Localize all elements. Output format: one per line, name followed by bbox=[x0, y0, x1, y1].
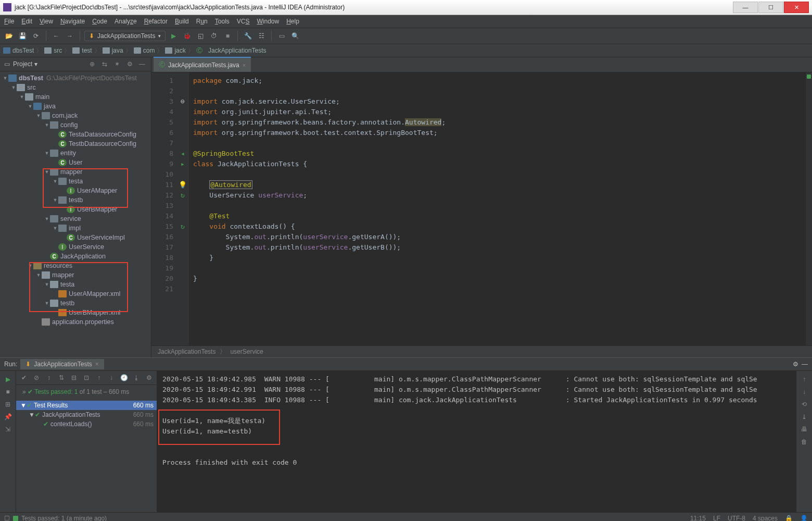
crumb-file[interactable]: Ⓒ JackApplicationTests bbox=[196, 46, 267, 55]
menu-view[interactable]: View bbox=[40, 18, 53, 25]
crumb-com[interactable]: com bbox=[134, 47, 155, 54]
menu-build[interactable]: Build bbox=[175, 18, 189, 25]
show-ignored-icon[interactable]: ⊘ bbox=[31, 374, 42, 381]
tree-testa-r[interactable]: ▼testa bbox=[0, 280, 151, 289]
clear-icon[interactable]: 🗑 bbox=[796, 436, 812, 448]
run-icon[interactable]: ▶ bbox=[168, 30, 179, 42]
stop-run-icon[interactable]: ■ bbox=[0, 386, 16, 398]
prev-icon[interactable]: ↑ bbox=[93, 374, 105, 381]
stop-icon[interactable]: ■ bbox=[222, 30, 233, 42]
menu-refactor[interactable]: Refactor bbox=[144, 18, 168, 25]
crumb-test[interactable]: test bbox=[72, 47, 92, 54]
tree-mapper[interactable]: ▼mapper bbox=[0, 167, 151, 177]
menu-file[interactable]: File bbox=[4, 18, 14, 25]
hammer-icon[interactable]: 🔧 bbox=[242, 30, 253, 42]
run-gear-icon[interactable]: ⚙ bbox=[793, 361, 798, 368]
minimize-button[interactable]: — bbox=[733, 2, 758, 13]
test-root[interactable]: ▼✔Test Results660 ms bbox=[16, 401, 157, 410]
menu-tools[interactable]: Tools bbox=[215, 18, 230, 25]
profile-icon[interactable]: ⏱ bbox=[208, 30, 220, 42]
structure-icon[interactable]: ☷ bbox=[256, 30, 267, 42]
forward-icon[interactable]: → bbox=[64, 30, 75, 42]
maximize-button[interactable]: ☐ bbox=[758, 2, 783, 13]
tree-resources[interactable]: ▼resources bbox=[0, 261, 151, 270]
error-stripe[interactable] bbox=[806, 72, 812, 345]
coverage-icon[interactable]: ◱ bbox=[195, 30, 206, 42]
tree-useramapper[interactable]: IUserAMapper bbox=[0, 186, 151, 195]
menu-help[interactable]: Help bbox=[286, 18, 299, 25]
menu-navigate[interactable]: Navigate bbox=[60, 18, 85, 25]
run-config-selector[interactable]: ⬇ JackApplicationTests ▾ bbox=[84, 31, 166, 41]
run-hide-icon[interactable]: — bbox=[802, 361, 808, 368]
status-icon[interactable]: ☐ bbox=[4, 515, 10, 521]
console-output[interactable]: 2020-05-15 18:49:42.985 WARN 10988 --- [… bbox=[157, 371, 796, 512]
tree-config[interactable]: ▼config bbox=[0, 120, 151, 130]
test-class[interactable]: ▼✔JackApplicationTests660 ms bbox=[16, 410, 157, 419]
tree-appprops[interactable]: application.properties bbox=[0, 317, 151, 327]
indent[interactable]: 4 spaces bbox=[753, 515, 778, 521]
tree-testb[interactable]: ▼testb bbox=[0, 195, 151, 205]
menu-edit[interactable]: Edit bbox=[21, 18, 32, 25]
lock-icon[interactable]: 🔒 bbox=[785, 515, 793, 521]
open-icon[interactable]: 📂 bbox=[3, 30, 15, 42]
menu-vcs[interactable]: VCS bbox=[237, 18, 250, 25]
next-icon[interactable]: ↓ bbox=[106, 374, 117, 381]
sort2-icon[interactable]: ⇅ bbox=[56, 374, 67, 381]
pin-icon[interactable]: 📌 bbox=[0, 411, 16, 423]
caret-position[interactable]: 11:15 bbox=[690, 515, 706, 521]
collapse-icon[interactable]: ✶ bbox=[112, 60, 122, 68]
hide-icon[interactable]: — bbox=[137, 60, 147, 68]
tree-testa[interactable]: ▼testa bbox=[0, 177, 151, 186]
show-passed-icon[interactable]: ✔ bbox=[18, 374, 30, 381]
tree-service[interactable]: ▼service bbox=[0, 214, 151, 224]
crumb-field[interactable]: userService bbox=[230, 348, 263, 355]
test-gear-icon[interactable]: ⚙ bbox=[143, 374, 155, 381]
back-icon[interactable]: ← bbox=[50, 30, 62, 42]
select-opened-icon[interactable]: ⊕ bbox=[87, 60, 97, 68]
collapse-all-icon[interactable]: ⊡ bbox=[81, 374, 92, 381]
file-encoding[interactable]: UTF-8 bbox=[728, 515, 745, 521]
menu-run[interactable]: Run bbox=[196, 18, 208, 25]
scroll-end-icon[interactable]: ⤓ bbox=[796, 411, 812, 423]
tree-testbds[interactable]: CTestbDatasourceConfig bbox=[0, 139, 151, 148]
crumb-jack[interactable]: jack bbox=[165, 47, 185, 54]
editor-tab-active[interactable]: ⒸJackApplicationTests.java× bbox=[154, 57, 251, 72]
tree-user[interactable]: CUser bbox=[0, 158, 151, 167]
refresh-icon[interactable]: ⟳ bbox=[30, 30, 42, 42]
history-icon[interactable]: 🕘 bbox=[118, 374, 130, 381]
crumb-src[interactable]: src bbox=[44, 47, 62, 54]
search-icon[interactable]: 🔍 bbox=[289, 30, 301, 42]
gutter-icons[interactable]: ⊖ ◂▸ 💡↻ ↻ bbox=[176, 72, 189, 345]
crumb-java[interactable]: java bbox=[103, 47, 123, 54]
rerun-icon[interactable]: ▶ bbox=[0, 373, 16, 386]
tree-jackapp[interactable]: CJackApplication bbox=[0, 252, 151, 261]
menu-analyze[interactable]: Analyze bbox=[115, 18, 137, 25]
project-tree[interactable]: ▼dbsTestG:\JackFile\ProjectDoc\dbsTest ▼… bbox=[0, 71, 151, 357]
tree-userbmx[interactable]: UserBMapper.xml bbox=[0, 308, 151, 317]
test-tree[interactable]: ▼✔Test Results660 ms ▼✔JackApplicationTe… bbox=[16, 399, 157, 512]
test-method[interactable]: ✔contextLoads()660 ms bbox=[16, 419, 157, 429]
tree-useramx[interactable]: UserAMapper.xml bbox=[0, 289, 151, 299]
tree-usersvc[interactable]: IUserService bbox=[0, 242, 151, 252]
avd-icon[interactable]: ▭ bbox=[276, 30, 287, 42]
tree-root[interactable]: ▼dbsTestG:\JackFile\ProjectDoc\dbsTest bbox=[0, 73, 151, 83]
crumb-project[interactable]: dbsTest bbox=[3, 47, 34, 54]
expand-icon[interactable]: ⇆ bbox=[100, 60, 109, 68]
close-button[interactable]: ✕ bbox=[784, 2, 809, 13]
tree-testb-r[interactable]: ▼testb bbox=[0, 299, 151, 308]
tree-src[interactable]: ▼src bbox=[0, 83, 151, 92]
run-tab[interactable]: ⬇JackApplicationTests× bbox=[20, 359, 104, 369]
menu-code[interactable]: Code bbox=[92, 18, 107, 25]
sort-icon[interactable]: ↕ bbox=[43, 374, 55, 381]
close-tab-icon[interactable]: × bbox=[243, 62, 246, 68]
scroll-bot-icon[interactable]: ↓ bbox=[796, 386, 812, 398]
tree-impl[interactable]: ▼impl bbox=[0, 224, 151, 233]
print-icon[interactable]: 🖶 bbox=[796, 423, 812, 436]
inspector-icon[interactable]: 👤 bbox=[800, 515, 808, 521]
export-icon[interactable]: ⇲ bbox=[0, 423, 16, 436]
soft-wrap-icon[interactable]: ⟲ bbox=[796, 398, 812, 411]
tree-comjack[interactable]: ▼com.jack bbox=[0, 111, 151, 120]
debug-icon[interactable]: 🐞 bbox=[181, 30, 193, 42]
tree-mapper-r[interactable]: ▼mapper bbox=[0, 270, 151, 280]
tree-testads[interactable]: CTestaDatasourceConfig bbox=[0, 130, 151, 139]
